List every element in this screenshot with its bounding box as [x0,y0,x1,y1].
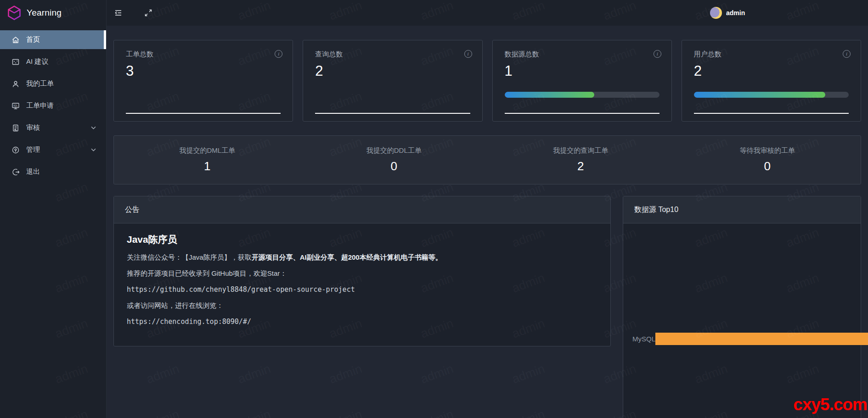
my-stat-query: 我提交的查询工单 2 [487,146,674,173]
sidebar-item-label: 管理 [26,145,40,154]
moon-avatar-icon [710,7,722,19]
sidebar-item-my-tickets[interactable]: 我的工单 [0,74,106,93]
info-icon[interactable]: i [464,50,472,58]
datasource-panel-header: 数据源 Top10 [623,196,861,223]
active-indicator [104,30,106,49]
progress-fill [694,92,826,98]
stat-card-users-total: 用户总数 2 i [682,40,861,122]
fullscreen-icon[interactable] [144,8,153,17]
card-label: 查询总数 [315,50,470,59]
app-logo[interactable]: Yearning [0,0,106,26]
username: admin [726,9,745,17]
audit-icon [11,124,20,132]
home-icon [11,36,20,44]
card-divider [694,113,849,114]
logout-icon [11,168,20,176]
announcement-line-3: 或者访问网站，进行在线浏览： [127,301,597,310]
announcement-title: Java陈序员 [127,233,597,246]
announcement-header: 公告 [114,196,610,223]
dashboard-content: 工单总数 3 i 查询总数 2 i 数据源总数 1 i [107,26,868,418]
sidebar-menu: 首页 AI 建议 我的工单 [0,30,106,181]
stat-cards-row: 工单总数 3 i 查询总数 2 i 数据源总数 1 i [113,40,861,122]
ai-suggest-icon [11,58,20,66]
sidebar-item-label: 审核 [26,123,40,132]
info-icon[interactable]: i [843,50,851,58]
datasource-bar-chart: MySQL [623,223,861,418]
user-menu[interactable]: admin [710,0,745,26]
sidebar-item-audit[interactable]: 审核 [0,118,106,137]
sidebar-item-ai-suggest[interactable]: AI 建议 [0,52,106,71]
card-label: 工单总数 [126,50,281,59]
stat-card-tickets-total: 工单总数 3 i [113,40,293,122]
announcement-line-1: 关注微信公众号：【Java陈序员】，获取开源项目分享、AI副业分享、超200本经… [127,253,597,262]
sidebar-item-label: AI 建议 [26,57,48,66]
announcement-body: Java陈序员 关注微信公众号：【Java陈序员】，获取开源项目分享、AI副业分… [114,223,610,343]
info-icon[interactable]: i [654,50,661,58]
sidebar-item-ticket-apply[interactable]: SQL 工单申请 [0,96,106,115]
my-stat-ddl: 我提交的DDL工单 0 [301,146,488,173]
chevron-down-icon [91,126,96,129]
chart-category-label: MySQL [632,335,652,343]
my-stats-panel: 我提交的DML工单 1 我提交的DDL工单 0 我提交的查询工单 2 等待我审核… [113,135,861,184]
user-icon [11,80,20,88]
sidebar-item-manage[interactable]: 管理 [0,140,106,159]
card-value: 2 [315,63,470,79]
card-value: 3 [126,63,281,79]
website-link[interactable]: https://chencoding.top:8090/#/ [127,318,597,326]
announcement-line-2: 推荐的开源项目已经收录到 GitHub项目，欢迎Star： [127,269,597,278]
sidebar-item-label: 工单申请 [26,101,54,110]
datasource-top10-panel: 数据源 Top10 MySQL [623,196,861,418]
announcement-panel: 公告 Java陈序员 关注微信公众号：【Java陈序员】，获取开源项目分享、AI… [113,196,611,346]
my-stat-pending-audit: 等待我审核的工单 0 [674,146,861,173]
card-label: 数据源总数 [505,50,659,59]
chevron-down-icon [91,148,96,151]
github-link[interactable]: https://github.com/chenyl8848/great-open… [127,285,597,294]
app-title: Yearning [27,8,62,18]
topbar: admin [107,0,868,26]
my-stat-dml: 我提交的DML工单 1 [114,146,301,173]
card-value: 2 [694,63,849,79]
stat-card-queries-total: 查询总数 2 i [303,40,482,122]
sidebar-item-label: 退出 [26,167,40,176]
card-divider [315,113,470,114]
sidebar-item-label: 我的工单 [26,79,54,88]
info-icon[interactable]: i [275,50,282,58]
manage-icon [11,146,20,154]
svg-text:SQL: SQL [13,105,18,107]
progress-bar [694,92,849,98]
sidebar: Yearning 首页 AI 建议 [0,0,107,418]
card-divider [505,113,659,114]
sql-monitor-icon: SQL [11,102,20,110]
yearning-logo-icon [6,5,22,21]
app-root: Yearning 首页 AI 建议 [0,0,868,418]
sidebar-item-logout[interactable]: 退出 [0,162,106,181]
sidebar-item-label: 首页 [26,35,40,44]
menu-fold-icon[interactable] [113,8,123,17]
site-credit: cxy5.com [793,395,867,414]
sidebar-item-home[interactable]: 首页 [0,30,106,49]
card-divider [126,113,281,114]
chart-bar [655,333,868,345]
card-value: 1 [505,63,659,79]
progress-bar [505,92,659,98]
progress-fill [505,92,595,98]
card-label: 用户总数 [694,50,849,59]
stat-card-datasources-total: 数据源总数 1 i [492,40,672,122]
